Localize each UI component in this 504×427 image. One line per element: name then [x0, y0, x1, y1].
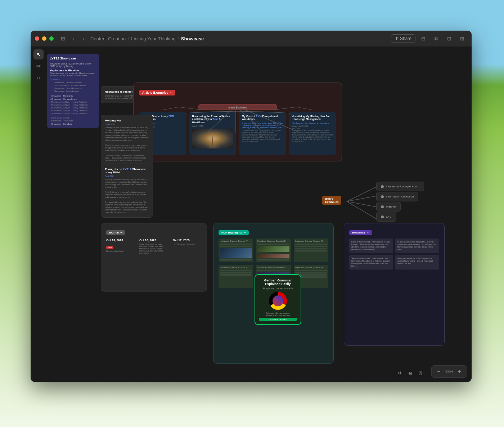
journal-tag-dots: ···	[120, 231, 123, 234]
board-examples-label: Board Examples	[322, 196, 341, 205]
journal-entries: Oct 13, 2023 card Do a card archive! Oct…	[106, 239, 202, 254]
article-item-4[interactable]: Visualizing My Missing Link For Knowledg…	[289, 112, 336, 155]
article-item-2[interactable]: Harnessing the Power of Nodes and Hierar…	[189, 112, 237, 155]
svg-line-6	[347, 201, 376, 207]
sidebar-nav-spreadsheets[interactable]: ▸ Showcase - Spreadsheets	[50, 97, 96, 101]
sidebar-nav-gantt[interactable]: ◦ Gantt Chart Events	[50, 116, 96, 119]
sidebar-nav-resources[interactable]: ◦ Showcase - Resources	[50, 119, 96, 122]
traffic-lights	[35, 36, 54, 41]
melding-pot-card: Melding Pot Oct 12, 2023 Thinking that o…	[101, 115, 153, 166]
maximize-button[interactable]	[49, 36, 54, 41]
article-examples-card: Article Examples ··· Article Examples	[133, 83, 342, 161]
sidebar-toggle: ⊞	[58, 35, 68, 43]
minimize-button[interactable]	[42, 36, 46, 41]
board-dot-2	[381, 195, 384, 198]
readwise-item-2[interactable]: Of course, this section 'Impossible'... …	[395, 239, 439, 253]
readwise-item-3-text: Some of the best Read... The Almanack...…	[351, 257, 391, 267]
board-item-info[interactable]: Information Collection	[376, 192, 418, 201]
article-2-image	[192, 129, 234, 148]
article-item-3[interactable]: My Current PKM Ecosystem & Workflows Pro…	[239, 112, 286, 155]
sidebar-nav-sub-5[interactable]: ◦ The Almanack Ryan Holiday Articles 5	[50, 112, 96, 115]
lyt12-card-date: Oct 2, 2023	[105, 175, 149, 177]
pdf-line-7	[295, 246, 327, 247]
pdf-thumb-4[interactable]: Heptabase_Grammar_Example (4)	[219, 265, 253, 288]
titlebar-right: ⬆ Share ⊟ ⧉ ⊡ ⊞	[391, 34, 467, 43]
grid-icon[interactable]: ⊞	[457, 35, 467, 43]
zoom-plus-button[interactable]: +	[456, 368, 463, 375]
pen-tool[interactable]: ✏	[33, 61, 44, 71]
breadcrumb-linking-your-thinking[interactable]: Linking Your Thinking	[131, 36, 175, 41]
titlebar: ⊞ ‹ › Content Creation / Linking Your Th…	[31, 31, 472, 46]
pdf-img-3	[257, 254, 289, 259]
readwise-item-1[interactable]: Some of the best Read... The Almanack of…	[349, 239, 393, 253]
back-button[interactable]: ‹	[69, 35, 78, 43]
journal-entry-2[interactable]: Oct 16, 2023 Write Goals—note: take betw…	[139, 239, 168, 254]
journal-entry-3[interactable]: Oct 17, 2023 LYT12 Hyper Session 2	[173, 239, 202, 254]
readwise-item-4[interactable]: Willing plus all manner of the things to…	[395, 255, 439, 270]
sidebar-nav-item-5[interactable]: ◦ Showcase - Spreadsheets	[50, 90, 96, 93]
pdf-line-12	[220, 274, 252, 276]
target-icon[interactable]: ⊕	[406, 369, 415, 378]
journal-tag: Journal ···	[106, 230, 125, 235]
german-grammar-tag: Reference: German grammarMariner as a fo…	[259, 312, 297, 316]
sidebar-nav-item-4[interactable]: ◦ Showcase - Board Highlights	[50, 87, 96, 90]
close-button[interactable]	[35, 36, 39, 41]
journal-entry-1[interactable]: Oct 13, 2023 card Do a card archive!	[106, 239, 135, 254]
german-tag-badge: Language Learning	[259, 318, 297, 321]
pdf-line-3	[220, 259, 252, 261]
board-dot-1	[381, 185, 384, 188]
pdf-thumb-3-label: Heptabase_Grammar_Example (3)	[295, 240, 327, 242]
article-grid: Delving Deeper in my PKM Ecosystem. Abst…	[139, 112, 336, 155]
zoom-minus-button[interactable]: −	[435, 368, 442, 375]
layers-icon[interactable]: ⧉	[431, 35, 441, 43]
article-4-tags: Olaf Glendinion, Orly Creativity and Ins…	[292, 122, 333, 124]
pdf-line-10	[220, 270, 252, 271]
layout-icon[interactable]: ⊟	[418, 35, 428, 43]
pdf-line-8	[295, 248, 327, 249]
article-2-title: Harnessing the Power of Nodes and Hierar…	[192, 115, 234, 124]
navigation-buttons: ‹ ›	[69, 35, 87, 43]
sidebar-nav-showcase[interactable]: ▸ Showcase - Highlights	[50, 94, 96, 97]
lyt12-card-text: Watching that video recording of my big …	[105, 178, 149, 214]
breadcrumb-showcase[interactable]: Showcase	[181, 36, 204, 41]
readwise-tag-dots: ···	[367, 231, 369, 234]
forward-button[interactable]: ›	[79, 35, 87, 43]
sidebar-toggle-button[interactable]: ⊞	[58, 35, 68, 43]
pdf-thumb-4-label: Heptabase_Grammar_Example (4)	[220, 266, 252, 268]
sidebar-nav-sub-4[interactable]: ◦ The Almanack Ryan Holiday Articles 4	[50, 109, 96, 112]
sidebar-nav-sandbox[interactable]: ▸ Showcase - Sandbox	[50, 122, 96, 125]
board-item-language[interactable]: Language Example Board	[376, 182, 424, 191]
sidebar-nav-sub-2[interactable]: ◦ The Almanack Ryan Holiday Articles 2	[50, 103, 96, 106]
search-tool[interactable]: ⌕	[33, 72, 44, 83]
sidebar-nav-sub-3[interactable]: ◦ The Almanack Ryan Holiday Articles 3	[50, 106, 96, 109]
eye-icon[interactable]: 👁	[396, 369, 405, 378]
share-button[interactable]: ⬆ Share	[391, 34, 415, 43]
pdf-thumb-3[interactable]: Heptabase_Grammar_Example (3)	[294, 239, 328, 262]
pdf-line-9	[295, 250, 327, 252]
svg-line-4	[347, 187, 376, 201]
sidebar-nav-item-3[interactable]: ◦ Course Notes & Board Workflows	[50, 84, 96, 87]
pdf-thumb-2[interactable]: Heptabase_Grammar_Example (2)	[256, 239, 291, 262]
melding-pot-text: Thinking that over a long period of time…	[105, 126, 149, 162]
monitor-icon[interactable]: 🖥	[416, 369, 425, 378]
sidebar-nav-sub-1[interactable]: ◦ The Almanack Ryan Holiday Articles 1	[50, 101, 96, 103]
cursor-tool[interactable]: ↖	[33, 49, 44, 59]
pdf-thumb-1-label: Heptabase_Grammar_Example (1)	[220, 240, 252, 242]
readwise-item-1-text: Some of the best Read... The Almanack of…	[351, 241, 391, 251]
article-examples-tag[interactable]: Article Examples ···	[139, 90, 175, 95]
readwise-item-3[interactable]: Some of the best Read... The Almanack...…	[349, 255, 393, 270]
breadcrumb-content-creation[interactable]: Content Creation	[90, 36, 126, 41]
board-item-planner[interactable]: Planner	[376, 202, 401, 212]
board-item-c4b[interactable]: C4B	[376, 212, 396, 222]
article-4-title: Visualizing My Missing Link For Knowledg…	[292, 115, 333, 121]
article-3-text: Connected with how I typically go on at …	[242, 129, 283, 142]
pdf-line-15	[295, 270, 327, 271]
canvas-area[interactable]: ↖ ✏ ⌕ LYT12 Showcase Thoughts on LYT12 S…	[31, 46, 472, 382]
journal-entry-1-tag: card	[106, 246, 113, 249]
panel-icon[interactable]: ⊡	[444, 35, 454, 43]
pdf-line-5	[257, 259, 289, 261]
lyt12-thoughts-card: Thoughts on LYT12 Showcase of my PKM Oct…	[101, 164, 153, 218]
german-grammar-circle	[269, 292, 287, 310]
breadcrumb: Content Creation / Linking Your Thinking…	[90, 36, 204, 41]
pdf-thumb-1[interactable]: Heptabase_Grammar_Example (1)	[219, 239, 253, 262]
